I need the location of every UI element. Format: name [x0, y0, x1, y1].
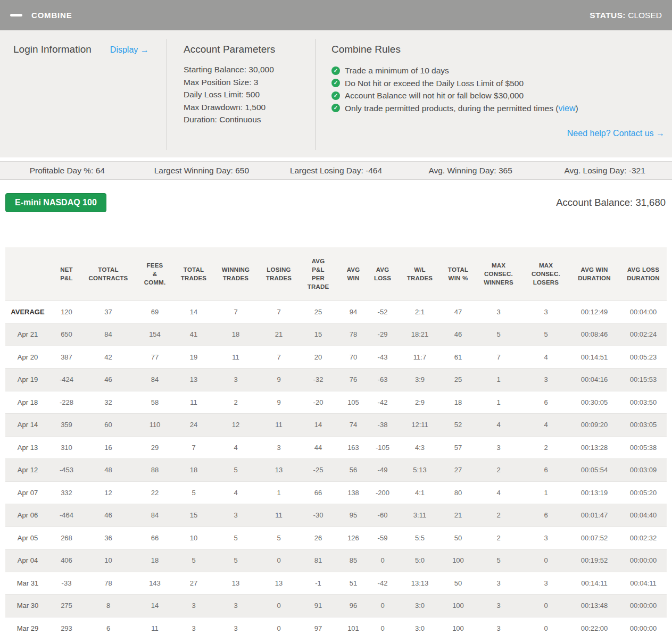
- display-link[interactable]: Display →: [110, 45, 149, 55]
- check-circle-icon: ✓: [331, 66, 340, 75]
- table-cell: 4: [523, 346, 569, 369]
- daily-results-table-wrap: NET P&LTOTAL CONTRACTSFEES & COMM.TOTAL …: [5, 247, 667, 640]
- table-cell: 00:05:23: [620, 346, 667, 369]
- contact-us-link[interactable]: Need help? Contact us →: [567, 129, 665, 138]
- row-label: Apr 06: [5, 504, 50, 527]
- table-row: Apr 203874277191172070-4311:7617400:14:5…: [5, 346, 667, 369]
- table-cell: 0: [368, 549, 397, 572]
- table-cell: 5: [474, 323, 523, 346]
- table-header-cell: AVG WIN DURATION: [569, 247, 620, 300]
- table-cell: 12: [83, 481, 134, 504]
- table-cell: 46: [83, 369, 134, 391]
- table-cell: 84: [134, 369, 176, 391]
- table-cell: 00:13:48: [569, 595, 620, 617]
- table-row: Mar 31-3378143271313-151-4213:13503300:1…: [5, 572, 667, 595]
- table-cell: 5: [211, 459, 260, 482]
- table-cell: 3: [474, 617, 523, 640]
- table-cell: 5:0: [397, 549, 442, 572]
- table-cell: 2: [474, 527, 523, 549]
- check-circle-icon: ✓: [331, 91, 340, 100]
- table-row: Apr 052683666105526126-595:5502300:07:52…: [5, 527, 667, 549]
- table-cell: 56: [339, 459, 368, 482]
- table-cell: 84: [134, 504, 176, 527]
- table-cell: 96: [339, 595, 368, 617]
- table-cell: -33: [50, 572, 83, 595]
- row-label: AVERAGE: [5, 300, 50, 323]
- stat-label: Largest Winning Day:: [154, 166, 236, 175]
- table-cell: 66: [134, 527, 176, 549]
- table-cell: 7: [260, 300, 297, 323]
- combine-rule-item: ✓Trade a minimum of 10 days: [331, 64, 665, 77]
- table-cell: 10: [83, 549, 134, 572]
- table-cell: 81: [297, 549, 339, 572]
- table-cell: 1: [474, 369, 523, 391]
- table-cell: 11: [260, 504, 297, 527]
- table-cell: 00:02:24: [620, 323, 667, 346]
- table-cell: 5: [176, 481, 211, 504]
- table-cell: 78: [339, 323, 368, 346]
- table-cell: 5: [260, 527, 297, 549]
- table-cell: 84: [83, 323, 134, 346]
- table-cell: 16: [83, 436, 134, 459]
- table-cell: -424: [50, 369, 83, 391]
- table-cell: 44: [297, 436, 339, 459]
- table-cell: 3:9: [397, 369, 442, 391]
- table-cell: 7: [260, 346, 297, 369]
- table-cell: 24: [176, 414, 211, 437]
- table-cell: 00:04:00: [620, 300, 667, 323]
- table-cell: -38: [368, 414, 397, 437]
- table-cell: 19: [176, 346, 211, 369]
- table-row: Apr 044061018550818505:01005000:19:5200:…: [5, 549, 667, 572]
- table-body: AVERAGE120376914772594-522:1473300:12:49…: [5, 300, 667, 640]
- table-cell: 12:11: [397, 414, 442, 437]
- table-cell: 74: [339, 414, 368, 437]
- table-cell: 46: [83, 504, 134, 527]
- table-cell: 20: [297, 346, 339, 369]
- table-cell: -49: [368, 459, 397, 482]
- table-cell: 85: [339, 549, 368, 572]
- table-cell: 18: [442, 391, 474, 414]
- row-label: Apr 20: [5, 346, 50, 369]
- table-cell: -42: [368, 391, 397, 414]
- table-cell: 100: [442, 549, 474, 572]
- check-circle-icon: ✓: [331, 79, 340, 87]
- table-cell: 21: [260, 323, 297, 346]
- row-label: Apr 19: [5, 369, 50, 391]
- table-cell: 4:1: [397, 481, 442, 504]
- table-cell: 1: [474, 391, 523, 414]
- table-header-cell: FEES & COMM.: [134, 247, 176, 300]
- table-cell: 00:22:00: [569, 617, 620, 640]
- table-cell: 11:7: [397, 346, 442, 369]
- collapse-minus-icon[interactable]: [10, 14, 22, 16]
- table-header-cell: AVG LOSS DURATION: [620, 247, 667, 300]
- table-cell: 61: [442, 346, 474, 369]
- table-cell: 13:13: [397, 572, 442, 595]
- table-cell: 00:15:53: [620, 369, 667, 391]
- table-cell: 66: [297, 481, 339, 504]
- table-cell: 00:03:05: [620, 414, 667, 437]
- table-cell: 1: [260, 481, 297, 504]
- table-cell: 69: [134, 300, 176, 323]
- table-cell: 268: [50, 527, 83, 549]
- table-cell: -200: [368, 481, 397, 504]
- table-cell: 3: [523, 527, 569, 549]
- table-cell: 406: [50, 549, 83, 572]
- view-link[interactable]: view: [558, 104, 575, 113]
- table-cell: 00:13:28: [569, 436, 620, 459]
- table-cell: 21: [442, 504, 474, 527]
- table-cell: 00:03:50: [620, 391, 667, 414]
- table-cell: 7: [211, 300, 260, 323]
- table-header-cell: TOTAL TRADES: [176, 247, 211, 300]
- table-row: AVERAGE120376914772594-522:1473300:12:49…: [5, 300, 667, 323]
- stat-label: Largest Losing Day:: [290, 166, 366, 175]
- table-cell: 26: [297, 527, 339, 549]
- table-cell: 3:0: [397, 617, 442, 640]
- table-row: Mar 30275814330919603:01003000:13:4800:0…: [5, 595, 667, 617]
- table-cell: 143: [134, 572, 176, 595]
- product-tab-emini-nasdaq-100[interactable]: E-mini NASDAQ 100: [5, 193, 106, 212]
- login-information-title: Login Information: [13, 44, 92, 55]
- table-cell: 5: [474, 549, 523, 572]
- row-label: Apr 14: [5, 414, 50, 437]
- combine-rules-list: ✓Trade a minimum of 10 days✓Do Not hit o…: [331, 64, 665, 114]
- table-cell: 0: [260, 617, 297, 640]
